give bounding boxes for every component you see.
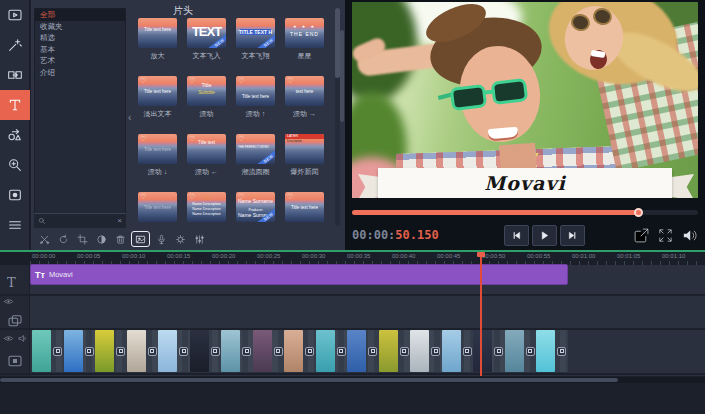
collapse-panel-button[interactable]: ‹ [128, 112, 131, 123]
video-clip[interactable] [95, 330, 127, 372]
favorite-heart-icon[interactable] [140, 134, 146, 143]
video-clip[interactable] [64, 330, 96, 372]
volume-button[interactable] [681, 227, 698, 244]
delete-button[interactable] [112, 231, 128, 247]
video-clip[interactable] [410, 330, 442, 372]
sidebar-item-callouts[interactable] [0, 120, 30, 150]
transition-icon[interactable] [368, 347, 377, 356]
video-clip[interactable] [505, 330, 537, 372]
search-field[interactable]: × [34, 213, 126, 228]
transition-icon[interactable] [337, 347, 346, 356]
sidebar-item-transitions[interactable] [0, 60, 30, 90]
clip-settings-button[interactable] [172, 231, 188, 247]
video-clip[interactable] [221, 330, 253, 372]
title-template-tile[interactable]: TITLE TEXT H NEW 文本飞翔 [231, 18, 280, 76]
transition-icon[interactable] [211, 347, 220, 356]
video-clip[interactable] [190, 330, 222, 372]
transition-icon[interactable] [431, 347, 440, 356]
category-item[interactable]: 介绍 [35, 67, 125, 79]
category-item[interactable]: 基本 [35, 44, 125, 56]
video-clip[interactable] [536, 330, 568, 372]
video-clip[interactable] [442, 330, 474, 372]
title-template-tile[interactable]: Title text 漂动 ← [182, 134, 231, 192]
title-template-tile[interactable]: Title text here 放大 [133, 18, 182, 76]
title-template-tile[interactable]: Title text here 淡出文本 [133, 76, 182, 134]
favorite-heart-icon[interactable] [140, 76, 146, 85]
title-clip-movavi[interactable]: Tт Movavi [30, 264, 568, 285]
sidebar-item-media[interactable] [0, 0, 30, 30]
title-template-tile[interactable]: Title text here [280, 192, 329, 228]
audio-levels-button[interactable] [191, 231, 207, 247]
search-clear-icon[interactable]: × [117, 217, 122, 225]
play-button[interactable] [532, 225, 557, 246]
title-template-tile[interactable]: Description LATER 爆炸新闻 [280, 134, 329, 192]
video-clip[interactable] [347, 330, 379, 372]
color-adjust-button[interactable] [93, 231, 109, 247]
video-clip[interactable] [473, 330, 505, 372]
crop-button[interactable] [74, 231, 90, 247]
favorite-heart-icon[interactable] [287, 192, 293, 201]
favorite-heart-icon[interactable] [287, 76, 293, 85]
transition-icon[interactable] [179, 347, 188, 356]
image-tool-button-active[interactable] [131, 231, 150, 247]
transition-icon[interactable] [53, 347, 62, 356]
category-scrollbar[interactable] [340, 30, 344, 122]
cut-button[interactable] [36, 231, 52, 247]
previous-frame-button[interactable] [504, 225, 529, 246]
video-clip[interactable] [379, 330, 411, 372]
transition-icon[interactable] [85, 347, 94, 356]
transition-icon[interactable] [274, 347, 283, 356]
transition-icon[interactable] [557, 347, 566, 356]
playhead[interactable] [480, 252, 482, 376]
transition-icon[interactable] [148, 347, 157, 356]
category-item[interactable]: 收藏夹 [35, 21, 125, 33]
title-template-tile[interactable]: Subtitle Title 漂动 [182, 76, 231, 134]
favorite-heart-icon[interactable] [238, 134, 244, 143]
record-audio-button[interactable] [153, 231, 169, 247]
transition-icon[interactable] [526, 347, 535, 356]
template-grid-scrollbar[interactable] [335, 8, 340, 226]
overlay-track-mute-button[interactable] [17, 333, 28, 344]
next-frame-button[interactable] [560, 225, 585, 246]
share-frame-button[interactable] [633, 227, 650, 244]
category-item[interactable]: 全部 [35, 9, 125, 21]
seek-bar[interactable] [352, 210, 698, 215]
transition-icon[interactable] [463, 347, 472, 356]
title-template-tile[interactable]: Name Surname Producer Name Surname Direc… [231, 192, 280, 228]
transition-icon[interactable] [305, 347, 314, 356]
video-clip[interactable] [158, 330, 190, 372]
title-template-tile[interactable]: Title text here 漂动 ↑ [231, 76, 280, 134]
fullscreen-button[interactable] [657, 227, 674, 244]
video-clip[interactable] [32, 330, 64, 372]
title-template-tile[interactable]: ★ ★ ★ THE END 星星 [280, 18, 329, 76]
sidebar-item-titles[interactable] [0, 90, 30, 120]
video-clip[interactable] [253, 330, 285, 372]
video-clip[interactable] [316, 330, 348, 372]
seek-handle[interactable] [634, 208, 643, 217]
transition-icon[interactable] [400, 347, 409, 356]
overlay-track-visibility-button[interactable] [3, 333, 14, 344]
sidebar-item-pan-zoom[interactable] [0, 150, 30, 180]
favorite-heart-icon[interactable] [238, 76, 244, 85]
title-template-tile[interactable]: Title text here 漂动 ↓ [133, 134, 182, 192]
sidebar-item-more-tools[interactable] [0, 210, 30, 240]
transition-icon[interactable] [116, 347, 125, 356]
sidebar-item-crop[interactable] [0, 180, 30, 210]
title-template-tile[interactable]: text here 漂动 → [280, 76, 329, 134]
sidebar-item-filters[interactable] [0, 30, 30, 60]
category-item[interactable]: 艺术 [35, 55, 125, 67]
title-template-tile[interactable]: THE PERFECT INTRO NEW 潮流圆圈 [231, 134, 280, 192]
preview-video-frame[interactable]: Movavi [352, 2, 698, 198]
video-clip[interactable] [284, 330, 316, 372]
transition-icon[interactable] [494, 347, 503, 356]
title-template-tile[interactable]: TEXT NEW 文本飞入 [182, 18, 231, 76]
title-template-tile[interactable]: Name Description Name Description Name D… [182, 192, 231, 228]
title-template-tile[interactable]: Title text here [133, 192, 182, 228]
ruler-label: 00:00:00 [32, 253, 77, 259]
favorite-heart-icon[interactable] [140, 192, 146, 201]
category-item[interactable]: 精选 [35, 32, 125, 44]
video-clip[interactable] [127, 330, 159, 372]
title-track-visibility-button[interactable] [3, 296, 14, 307]
rotate-button[interactable] [55, 231, 71, 247]
transition-icon[interactable] [242, 347, 251, 356]
